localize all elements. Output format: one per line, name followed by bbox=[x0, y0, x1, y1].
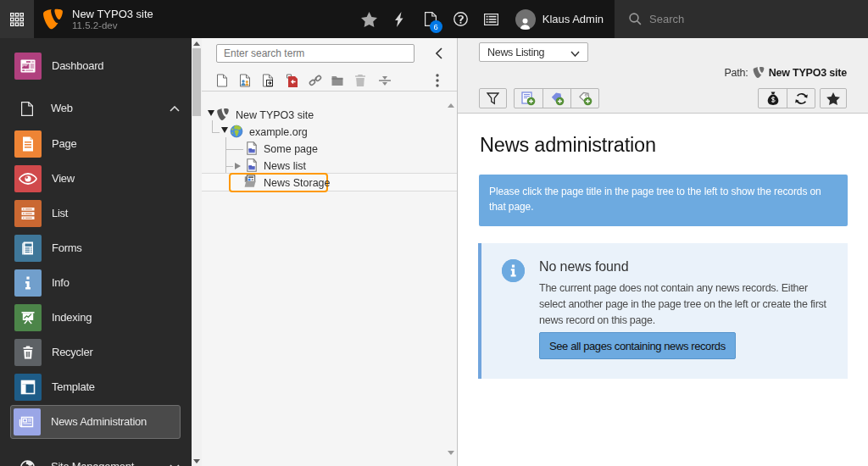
typo3-site-icon bbox=[216, 108, 230, 121]
sidebar-item-template[interactable]: Template bbox=[0, 370, 192, 404]
pagetree-header bbox=[202, 38, 457, 92]
collapse-tree-icon[interactable] bbox=[433, 46, 445, 61]
scroll-down-arrow[interactable] bbox=[446, 447, 456, 458]
tree-row-site[interactable]: example.org bbox=[202, 124, 457, 141]
new-tag-button[interactable] bbox=[570, 89, 598, 108]
sidebar-item-label: News Administration bbox=[51, 415, 147, 428]
sidebar-item-forms[interactable]: Forms bbox=[0, 231, 192, 265]
tree-node-label[interactable]: News Storage bbox=[264, 176, 331, 190]
path-value: New TYPO3 site bbox=[769, 67, 847, 79]
system-list-icon bbox=[484, 14, 498, 25]
pagetree-toolbar bbox=[202, 69, 457, 92]
sidebar-item-info[interactable]: Info bbox=[0, 266, 192, 300]
site-brand[interactable]: New TYPO3 site 11.5.2-dev bbox=[34, 0, 153, 38]
opendocs-button[interactable]: 6 bbox=[415, 0, 446, 38]
refresh-button[interactable] bbox=[787, 89, 815, 108]
tree-node-label[interactable]: News list bbox=[264, 159, 306, 173]
sidebar-item-label: Page bbox=[52, 137, 76, 150]
scroll-up-arrow[interactable] bbox=[192, 38, 202, 48]
tree-node-label[interactable]: Some page bbox=[264, 142, 318, 156]
help-button[interactable] bbox=[446, 0, 476, 38]
modulemenu-toggle-button[interactable] bbox=[0, 0, 34, 38]
star-icon bbox=[361, 12, 377, 27]
sidebar-item-list[interactable]: List bbox=[0, 197, 192, 230]
no-news-callout: No news found The current page does not … bbox=[478, 243, 848, 379]
systeminformation-button[interactable] bbox=[476, 0, 507, 38]
kebab-menu-icon[interactable] bbox=[431, 73, 443, 88]
view-mode-value: News Listing bbox=[487, 47, 544, 58]
typo3-path-icon bbox=[753, 66, 765, 79]
user-menu[interactable]: Klaus Admin bbox=[507, 0, 615, 38]
topbar-search[interactable]: Search bbox=[615, 0, 868, 38]
globe-icon bbox=[14, 460, 41, 466]
site-title: New TYPO3 site bbox=[72, 8, 153, 20]
sidebar-item-news-administration[interactable]: News Administration bbox=[10, 405, 181, 439]
docheader: News Listing Path: New TYPO3 site bbox=[458, 38, 868, 114]
clear-cache-moneybag-button[interactable] bbox=[759, 89, 787, 108]
tree-toggle-closed[interactable] bbox=[235, 163, 242, 171]
folder-storage-icon bbox=[243, 175, 257, 188]
tree-row-news-list[interactable]: News list bbox=[202, 158, 457, 175]
tree-node-label[interactable]: example.org bbox=[249, 125, 308, 139]
scroll-down-arrow[interactable] bbox=[192, 456, 202, 466]
new-category-button[interactable] bbox=[542, 89, 570, 108]
sidebar-item-view[interactable]: View bbox=[0, 162, 192, 196]
import-page-icon[interactable] bbox=[285, 74, 298, 87]
sidebar-item-indexing[interactable]: Indexing bbox=[0, 301, 192, 335]
move-page-icon[interactable] bbox=[261, 74, 275, 87]
topbar: New TYPO3 site 11.5.2-dev 6 bbox=[0, 0, 868, 38]
doc-plus-icon bbox=[521, 92, 536, 106]
info-alert: Please click the page title in the page … bbox=[479, 175, 848, 226]
view-mode-select[interactable]: News Listing bbox=[479, 42, 588, 62]
sidebar-item-label: Template bbox=[52, 380, 95, 393]
username: Klaus Admin bbox=[542, 13, 604, 25]
pagetree-body: New TYPO3 site example.org bbox=[202, 92, 457, 466]
sidebar-group-label: Site Management bbox=[51, 460, 134, 466]
sidebar-group-site-management[interactable]: Site Management bbox=[0, 457, 192, 466]
page-icon bbox=[245, 141, 259, 155]
new-record-buttons bbox=[514, 88, 599, 108]
bolt-icon bbox=[395, 12, 404, 27]
link-icon[interactable] bbox=[309, 74, 322, 87]
sidebar-item-label: Recycler bbox=[52, 346, 93, 358]
help-icon bbox=[453, 12, 468, 26]
tree-toggle-open[interactable] bbox=[208, 110, 215, 119]
sidebar-group-web[interactable]: Web bbox=[0, 98, 192, 119]
news-module-icon bbox=[14, 408, 41, 435]
pagetree-scrollbar[interactable] bbox=[446, 92, 456, 466]
scrollbar-thumb[interactable] bbox=[192, 48, 201, 116]
person-icon bbox=[519, 17, 531, 30]
new-news-record-button[interactable] bbox=[515, 89, 542, 108]
new-page-drag-icon[interactable] bbox=[238, 74, 252, 87]
content-area: News Listing Path: New TYPO3 site bbox=[458, 38, 868, 466]
web-group-icon bbox=[14, 102, 41, 116]
grid-icon bbox=[10, 13, 24, 26]
cache-buttons bbox=[758, 88, 815, 108]
page-icon bbox=[245, 158, 259, 172]
folder-icon[interactable] bbox=[331, 74, 344, 87]
tree-toggle-open[interactable] bbox=[221, 127, 229, 136]
search-icon bbox=[629, 13, 642, 25]
trash-icon[interactable] bbox=[354, 74, 368, 87]
tree-row-root[interactable]: New TYPO3 site bbox=[202, 107, 457, 124]
module-menu: Dashboard Web Page bbox=[0, 38, 192, 466]
scroll-up-arrow[interactable] bbox=[446, 100, 456, 110]
sidebar-item-dashboard[interactable]: Dashboard bbox=[0, 49, 192, 83]
bookmarks-button[interactable] bbox=[354, 0, 385, 38]
sidebar-item-page[interactable]: Page bbox=[0, 127, 192, 161]
collapse-all-icon[interactable] bbox=[378, 74, 392, 87]
clear-cache-button[interactable] bbox=[385, 0, 415, 38]
new-page-icon[interactable] bbox=[215, 74, 229, 87]
sidebar-item-recycler[interactable]: Recycler bbox=[0, 336, 192, 369]
see-all-pages-button[interactable]: See all pages containing news records bbox=[539, 332, 736, 359]
tree-node-label[interactable]: New TYPO3 site bbox=[236, 108, 314, 122]
modulemenu-scrollbar[interactable] bbox=[192, 38, 202, 466]
tree-search-input[interactable] bbox=[216, 44, 415, 63]
bookmark-button[interactable] bbox=[820, 88, 847, 108]
sidebar-item-label: Info bbox=[52, 276, 70, 289]
tree-row-news-storage[interactable]: News Storage bbox=[202, 173, 457, 191]
refresh-icon bbox=[794, 92, 809, 106]
filter-button[interactable] bbox=[479, 88, 507, 108]
docheader-buttons bbox=[458, 88, 868, 108]
tree-row-some-page[interactable]: Some page bbox=[202, 141, 457, 158]
